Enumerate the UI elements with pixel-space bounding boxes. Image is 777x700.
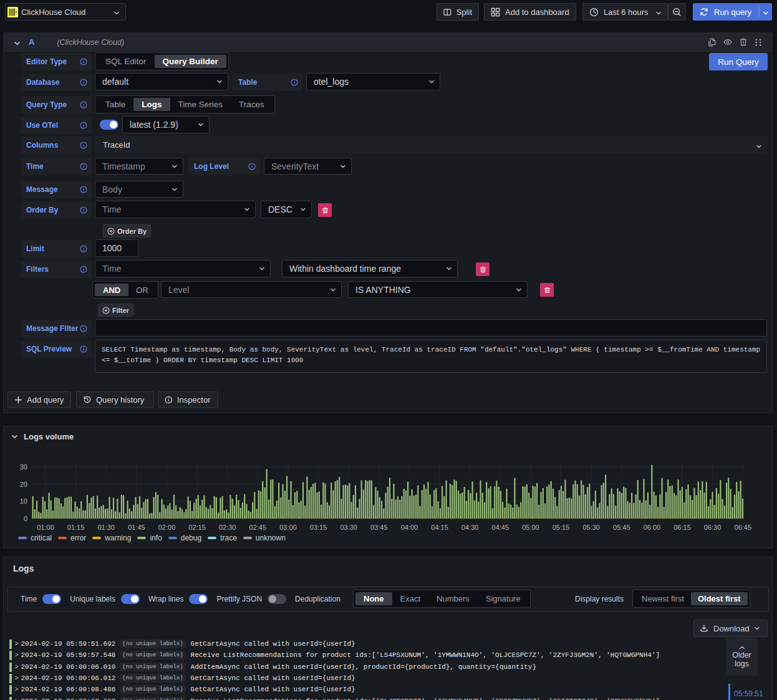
svg-text:30: 30 [20, 463, 27, 471]
svg-text:05:15: 05:15 [553, 524, 570, 531]
svg-text:10: 10 [20, 497, 27, 505]
svg-text:06:45: 06:45 [735, 524, 752, 531]
svg-text:06:15: 06:15 [673, 524, 691, 531]
svg-text:06:30: 06:30 [704, 524, 722, 531]
svg-text:03:30: 03:30 [340, 524, 357, 531]
svg-text:05:00: 05:00 [522, 524, 539, 531]
svg-text:03:15: 03:15 [310, 524, 327, 531]
svg-text:05:45: 05:45 [613, 524, 630, 531]
svg-text:04:30: 04:30 [461, 524, 479, 531]
svg-text:05:30: 05:30 [582, 524, 600, 531]
svg-text:04:15: 04:15 [431, 524, 448, 531]
svg-text:20: 20 [20, 481, 27, 488]
svg-text:03:45: 03:45 [370, 524, 388, 531]
svg-text:04:00: 04:00 [401, 524, 418, 531]
svg-text:04:45: 04:45 [492, 524, 509, 531]
svg-text:06:00: 06:00 [644, 524, 661, 531]
svg-text:0: 0 [24, 515, 27, 522]
